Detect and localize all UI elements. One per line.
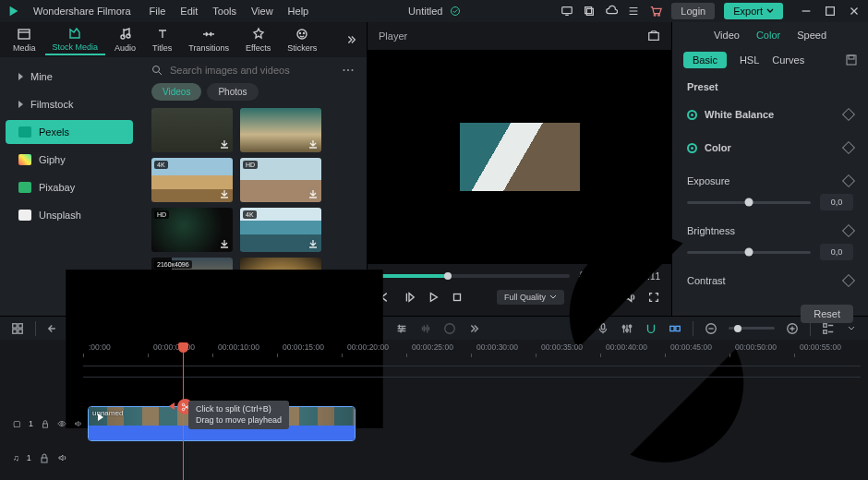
- app-menus: File Edit Tools View Help: [150, 6, 309, 17]
- svg-rect-50: [43, 424, 48, 427]
- menu-help[interactable]: Help: [288, 6, 309, 17]
- source-filmstock[interactable]: Filmstock: [6, 92, 133, 116]
- svg-rect-2: [587, 8, 594, 15]
- keyframe-icon[interactable]: [842, 108, 855, 121]
- svg-point-16: [352, 69, 354, 71]
- cart-icon[interactable]: [649, 5, 662, 18]
- titlebar: Wondershare Filmora File Edit Tools View…: [0, 0, 868, 22]
- tab-stock-media[interactable]: Stock Media: [45, 24, 106, 55]
- subtab-videos[interactable]: Videos: [151, 83, 201, 101]
- svg-rect-6: [826, 7, 835, 16]
- color-sub-curves[interactable]: Curves: [772, 54, 804, 66]
- svg-point-14: [344, 69, 345, 71]
- svg-point-51: [61, 423, 64, 426]
- lock-icon[interactable]: [39, 452, 50, 463]
- svg-rect-24: [849, 55, 854, 59]
- svg-point-13: [153, 66, 160, 73]
- snapshot-settings-icon[interactable]: [647, 30, 660, 42]
- tabs-overflow-icon[interactable]: [341, 30, 361, 50]
- window-close-icon[interactable]: [848, 5, 861, 18]
- video-track-icon: ▢: [13, 419, 21, 428]
- svg-rect-52: [42, 458, 47, 462]
- svg-point-10: [297, 30, 307, 39]
- desktop-icon[interactable]: [561, 5, 573, 18]
- tab-stickers[interactable]: Stickers: [280, 25, 324, 54]
- login-button[interactable]: Login: [671, 3, 715, 19]
- video-track: ▢ 1 unnamed: [0, 406, 861, 441]
- menu-view[interactable]: View: [251, 6, 273, 17]
- player-title: Player: [379, 30, 407, 42]
- window-max-icon[interactable]: [824, 5, 837, 18]
- search-icon: [151, 65, 163, 76]
- split-handle-icon[interactable]: [177, 399, 193, 414]
- playhead-handle-icon[interactable]: [178, 342, 188, 353]
- audio-track: ♫ 1: [0, 449, 861, 467]
- mute-icon[interactable]: [74, 418, 83, 429]
- inspector-tab-color[interactable]: Color: [756, 30, 780, 41]
- menu-edit[interactable]: Edit: [180, 6, 198, 17]
- svg-rect-18: [649, 33, 659, 41]
- preset-section: Preset: [672, 76, 868, 98]
- svg-point-8: [121, 35, 125, 39]
- svg-rect-3: [585, 7, 592, 14]
- menu-file[interactable]: File: [150, 6, 166, 17]
- search-more-icon[interactable]: [343, 65, 354, 76]
- source-mine[interactable]: Mine: [6, 65, 133, 89]
- search-input[interactable]: [170, 65, 335, 76]
- tab-transitions[interactable]: Transitions: [181, 25, 236, 54]
- inspector-tab-speed[interactable]: Speed: [797, 30, 826, 41]
- svg-rect-1: [562, 7, 573, 14]
- audio-lane[interactable]: [83, 449, 861, 467]
- time-ruler[interactable]: :00:00 00:00:05:00 00:00:10:00 00:00:15:…: [83, 342, 861, 357]
- audio-track-number: 1: [27, 453, 31, 462]
- window-min-icon[interactable]: [800, 5, 813, 18]
- svg-point-49: [182, 403, 185, 406]
- export-button[interactable]: Export: [724, 3, 783, 19]
- menu-tools[interactable]: Tools: [212, 6, 236, 17]
- svg-rect-7: [18, 30, 30, 39]
- timeline: :00:00 00:00:05:00 00:00:10:00 00:00:15:…: [0, 340, 868, 480]
- video-track-number: 1: [29, 419, 33, 428]
- app-brand: Wondershare Filmora: [33, 6, 131, 17]
- svg-point-4: [655, 15, 657, 17]
- mute-icon[interactable]: [57, 452, 68, 463]
- app-logo-icon: [7, 5, 20, 18]
- tab-titles[interactable]: Titles: [145, 25, 179, 54]
- audio-track-icon: ♫: [13, 453, 19, 462]
- video-lane[interactable]: unnamed: [83, 406, 861, 441]
- copy-icon[interactable]: [583, 5, 596, 18]
- cloud-icon[interactable]: [605, 5, 618, 18]
- color-sub-hsl[interactable]: HSL: [740, 54, 759, 66]
- save-preset-icon[interactable]: [846, 54, 857, 66]
- svg-point-15: [347, 69, 349, 71]
- inspector-tab-video[interactable]: Video: [714, 30, 740, 41]
- lock-icon[interactable]: [41, 418, 50, 429]
- tab-media[interactable]: Media: [6, 25, 43, 54]
- eye-icon[interactable]: [57, 418, 66, 429]
- sync-ok-icon: [450, 6, 461, 17]
- media-tabs: Media Stock Media Audio Titles Transitio…: [0, 22, 367, 57]
- tab-effects[interactable]: Effects: [238, 25, 278, 54]
- svg-point-12: [304, 33, 305, 34]
- clip[interactable]: unnamed: [88, 406, 356, 441]
- list-icon[interactable]: [627, 5, 640, 18]
- document-title: Untitled: [408, 6, 442, 17]
- white-balance-toggle[interactable]: White Balance: [687, 103, 853, 126]
- svg-point-48: [182, 408, 185, 411]
- playhead-flag-icon: [169, 402, 175, 410]
- svg-point-11: [300, 33, 301, 34]
- color-sub-basic[interactable]: Basic: [683, 52, 727, 68]
- subtab-photos[interactable]: Photos: [207, 83, 258, 101]
- svg-point-5: [658, 15, 660, 17]
- chevron-down-icon: [766, 7, 774, 15]
- svg-point-0: [452, 7, 460, 16]
- svg-point-9: [127, 34, 130, 38]
- tab-audio[interactable]: Audio: [107, 25, 143, 54]
